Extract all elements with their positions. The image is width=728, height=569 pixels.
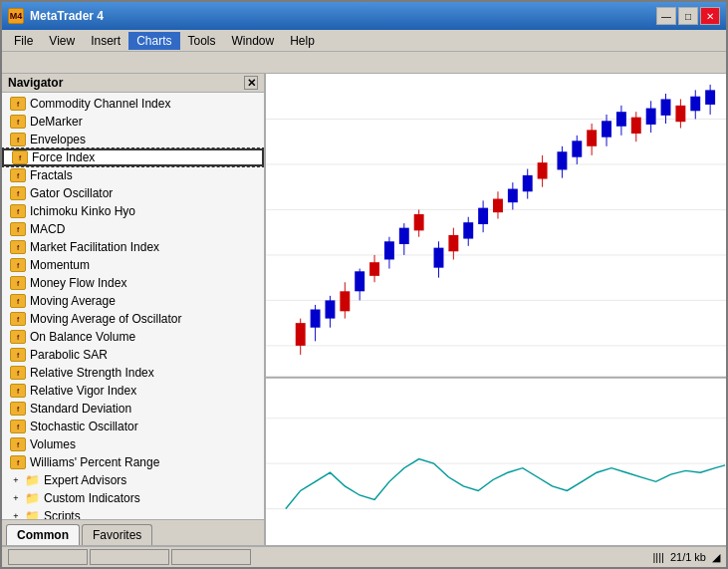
indicator-icon: f: [10, 330, 26, 344]
menu-file[interactable]: File: [6, 32, 41, 50]
indicator-icon: f: [10, 276, 26, 290]
menu-tools[interactable]: Tools: [180, 32, 224, 50]
status-info: 21/1 kb: [670, 551, 706, 563]
resize-icon: ◢: [712, 551, 720, 564]
indicator-label: Moving Average: [30, 294, 116, 308]
svg-rect-26: [434, 248, 444, 268]
minimize-button[interactable]: —: [656, 7, 676, 25]
folder-item-expert-advisors[interactable]: +📁Expert Advisors: [2, 471, 264, 489]
indicator-item-parabolic-sar[interactable]: fParabolic SAR: [2, 346, 264, 364]
menu-window[interactable]: Window: [224, 32, 283, 50]
indicator-icon: f: [10, 133, 26, 146]
svg-rect-46: [587, 130, 597, 145]
title-bar: M4 MetaTrader 4 — □ ✕: [2, 2, 726, 30]
indicator-icon: f: [10, 186, 26, 200]
indicator-item-commodity-channel-index[interactable]: fCommodity Channel Index: [2, 95, 264, 113]
indicator-item-standard-deviation[interactable]: fStandard Deviation: [2, 400, 264, 418]
indicator-label: Commodity Channel Index: [30, 97, 170, 111]
indicator-label: Relative Vigor Index: [30, 384, 136, 398]
indicator-icon: f: [10, 258, 26, 272]
indicator-item-moving-average-of-oscillator[interactable]: fMoving Average of Oscillator: [2, 310, 264, 328]
svg-rect-60: [690, 97, 700, 112]
navigator-panel: Navigator ✕ fCommodity Channel IndexfDeM…: [2, 74, 266, 545]
indicator-item-macd[interactable]: fMACD: [2, 220, 264, 238]
indicator-tree[interactable]: fCommodity Channel IndexfDeMarkerfEnvelo…: [2, 93, 264, 519]
indicator-icon: f: [10, 222, 26, 236]
indicator-label: Stochastic Oscillator: [30, 420, 138, 433]
expand-icon: +: [10, 474, 22, 486]
svg-rect-30: [463, 222, 473, 238]
indicator-item-williams'-percent-range[interactable]: fWilliams' Percent Range: [2, 453, 264, 471]
navigator-tabs: Common Favorites: [2, 519, 264, 545]
menu-help[interactable]: Help: [282, 32, 323, 50]
indicator-item-volumes[interactable]: fVolumes: [2, 435, 264, 453]
title-controls: — □ ✕: [656, 7, 720, 25]
svg-rect-28: [448, 235, 458, 251]
indicator-label: On Balance Volume: [30, 330, 135, 344]
svg-rect-58: [675, 106, 685, 122]
indicator-item-market-facilitation-index[interactable]: fMarket Facilitation Index: [2, 238, 264, 256]
svg-rect-8: [296, 323, 306, 346]
indicator-item-fractals[interactable]: fFractals: [2, 166, 264, 184]
indicator-label: Relative Strength Index: [30, 366, 154, 380]
menu-charts[interactable]: Charts: [128, 32, 179, 50]
indicator-item-demarker[interactable]: fDeMarker: [2, 113, 264, 131]
indicator-icon: f: [10, 348, 26, 362]
indicator-item-stochastic-oscillator[interactable]: fStochastic Oscillator: [2, 418, 264, 435]
indicator-icon: f: [12, 150, 28, 164]
title-bar-left: M4 MetaTrader 4: [8, 8, 104, 24]
expand-icon: +: [10, 510, 22, 519]
folder-icon: 📁: [24, 491, 40, 505]
indicator-icon: f: [10, 437, 26, 451]
indicator-item-on-balance-volume[interactable]: fOn Balance Volume: [2, 328, 264, 346]
status-bar: |||| 21/1 kb ◢: [2, 545, 726, 567]
chart-area: Double Click: [266, 74, 726, 545]
indicator-item-force-index[interactable]: fForce Index: [2, 148, 264, 166]
indicator-icon: f: [10, 366, 26, 380]
svg-rect-42: [557, 151, 567, 169]
indicator-item-ichimoku-kinko-hyo[interactable]: fIchimoku Kinko Hyo: [2, 202, 264, 220]
indicator-icon: f: [10, 204, 26, 218]
indicator-label: Gator Oscillator: [30, 186, 113, 200]
status-icon: ||||: [652, 551, 663, 563]
folder-item-scripts[interactable]: +📁Scripts: [2, 507, 264, 519]
indicator-item-relative-strength-index[interactable]: fRelative Strength Index: [2, 364, 264, 382]
status-seg-3: [171, 549, 251, 565]
indicator-item-moving-average[interactable]: fMoving Average: [2, 292, 264, 310]
indicator-label: Momentum: [30, 258, 90, 272]
folder-icon: 📁: [24, 509, 40, 519]
svg-rect-44: [572, 141, 582, 156]
svg-rect-24: [414, 214, 424, 230]
indicator-label: Market Facilitation Index: [30, 240, 159, 254]
indicator-item-money-flow-index[interactable]: fMoney Flow Index: [2, 274, 264, 292]
indicator-item-envelopes[interactable]: fEnvelopes: [2, 131, 264, 148]
tab-favorites[interactable]: Favorites: [82, 524, 152, 545]
svg-rect-36: [508, 189, 518, 203]
svg-rect-56: [661, 99, 671, 115]
navigator-header: Navigator ✕: [2, 74, 264, 93]
status-seg-2: [90, 549, 169, 565]
close-button[interactable]: ✕: [700, 7, 720, 25]
indicator-icon: f: [10, 168, 26, 182]
indicator-label: MACD: [30, 222, 65, 236]
indicator-item-gator-oscillator[interactable]: fGator Oscillator: [2, 184, 264, 202]
window-title: MetaTrader 4: [30, 9, 104, 23]
svg-rect-54: [646, 109, 656, 125]
indicator-item-relative-vigor-index[interactable]: fRelative Vigor Index: [2, 382, 264, 400]
folder-label: Expert Advisors: [44, 473, 126, 487]
maximize-button[interactable]: □: [678, 7, 698, 25]
tab-common[interactable]: Common: [6, 524, 80, 545]
svg-rect-62: [705, 90, 715, 105]
indicator-label: Force Index: [32, 150, 95, 164]
menu-insert[interactable]: Insert: [83, 32, 128, 50]
indicator-icon: f: [10, 312, 26, 326]
indicator-icon: f: [10, 402, 26, 416]
menu-view[interactable]: View: [41, 32, 83, 50]
main-window: M4 MetaTrader 4 — □ ✕ File View Insert C…: [0, 0, 728, 569]
navigator-title: Navigator: [8, 76, 63, 90]
indicator-item-momentum[interactable]: fMomentum: [2, 256, 264, 274]
indicator-icon: f: [10, 240, 26, 254]
navigator-close-button[interactable]: ✕: [244, 76, 258, 90]
folder-item-custom-indicators[interactable]: +📁Custom Indicators: [2, 489, 264, 507]
svg-rect-10: [311, 310, 321, 328]
